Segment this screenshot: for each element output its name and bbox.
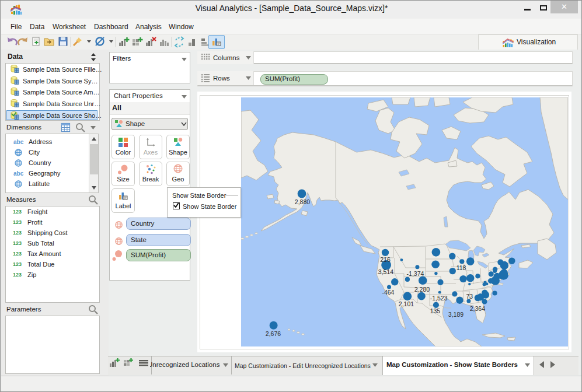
svg-text:2,280: 2,280 bbox=[414, 286, 430, 293]
svg-text:216: 216 bbox=[380, 256, 391, 263]
svg-text:2,880: 2,880 bbox=[295, 198, 310, 205]
svg-text:118: 118 bbox=[456, 264, 466, 271]
svg-text:-1,523: -1,523 bbox=[430, 295, 448, 302]
svg-text:3,189: 3,189 bbox=[448, 311, 463, 318]
svg-text:-1,374: -1,374 bbox=[407, 270, 424, 277]
svg-text:135: 135 bbox=[430, 307, 441, 314]
svg-text:2,676: 2,676 bbox=[266, 330, 281, 337]
svg-text:3,514: 3,514 bbox=[378, 268, 393, 275]
svg-text:73: 73 bbox=[466, 293, 473, 300]
svg-text:2,101: 2,101 bbox=[399, 300, 414, 307]
svg-text:-464: -464 bbox=[382, 289, 394, 296]
svg-text:2,364: 2,364 bbox=[470, 305, 485, 312]
